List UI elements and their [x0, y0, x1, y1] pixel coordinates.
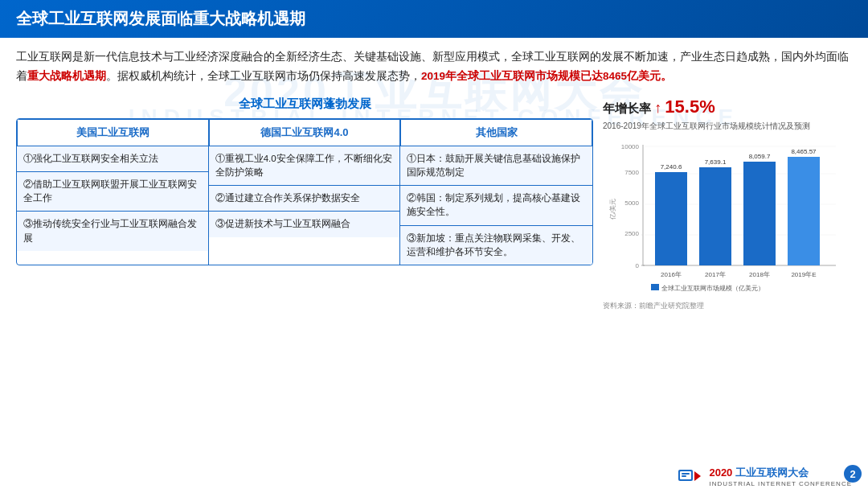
svg-text:2019年E: 2019年E [791, 271, 816, 278]
cell-1-1: ②通过建立合作关系保护数据安全 [209, 186, 400, 212]
logo-area: 2020 工业互联网大会 INDUSTRIAL INTERNET CONFERE… [677, 463, 852, 489]
logo-text: 2020 工业互联网大会 INDUSTRIAL INTERNET CONFERE… [709, 466, 852, 487]
intro-text2: 。据权威机构统计，全球工业互联网市场仍保持高速发展态势， [106, 70, 421, 82]
logo-year: 2020 [709, 466, 732, 479]
bottom-bar: 2020 工业互联网大会 INDUSTRIAL INTERNET CONFERE… [0, 463, 868, 489]
table-header-row: 美国工业互联网 德国工业互联网4.0 其他国家 [17, 119, 592, 146]
svg-rect-26 [682, 473, 690, 475]
svg-rect-22 [651, 284, 659, 290]
chart-source: 资料来源：前瞻产业研究院整理 [603, 301, 852, 311]
growth-arrow: ↑ [654, 100, 661, 116]
svg-text:全球工业互联网市场规模（亿美元）: 全球工业互联网市场规模（亿美元） [661, 285, 764, 292]
svg-text:5000: 5000 [624, 199, 639, 207]
bar-2016 [655, 172, 687, 265]
table-body: ①强化工业互联网安全相关立法 ②借助工业互联网联盟开展工业互联网安全工作 ③推动… [17, 146, 592, 265]
logo-cn-name: 工业互联网大会 [735, 466, 809, 479]
content-area: 全球工业互联网蓬勃发展 美国工业互联网 德国工业互联网4.0 其他国家 ①强化工… [16, 97, 852, 311]
svg-text:8,465.57: 8,465.57 [791, 148, 817, 155]
bar-chart: 0 2500 5000 7500 10000 亿/美元 [603, 137, 852, 298]
svg-text:2500: 2500 [624, 230, 639, 237]
col-header-0: 美国工业互联网 [17, 119, 209, 146]
cell-0-2: ①日本：鼓励开展关键信息基础设施保护国际规范制定 [400, 146, 592, 187]
page-title: 全球工业互联网发展面临重大战略机遇期 [16, 8, 305, 30]
chart-title: 2016-2019年全球工业互联网行业市场规模统计情况及预测 [603, 121, 852, 132]
growth-rate: 15.5% [665, 97, 714, 117]
col-header-2: 其他国家 [400, 119, 592, 146]
svg-text:0: 0 [636, 262, 640, 269]
svg-marker-28 [694, 471, 701, 481]
left-section: 全球工业互联网蓬勃发展 美国工业互联网 德国工业互联网4.0 其他国家 ①强化工… [16, 97, 593, 311]
cell-0-1: ①重视工业4.0安全保障工作，不断细化安全防护策略 [209, 146, 400, 187]
svg-rect-27 [682, 475, 686, 477]
svg-text:2018年: 2018年 [749, 271, 770, 278]
svg-text:2017年: 2017年 [705, 271, 726, 278]
svg-text:亿/美元: 亿/美元 [609, 198, 616, 220]
header: 全球工业互联网发展面临重大战略机遇期 [0, 0, 868, 38]
table-col-1: ①重视工业4.0安全保障工作，不断细化安全防护策略 ②通过建立合作关系保护数据安… [209, 146, 401, 265]
svg-text:7500: 7500 [624, 169, 639, 176]
svg-text:10000: 10000 [621, 143, 640, 150]
intro-highlight1: 重大战略机遇期 [27, 70, 106, 82]
cell-2-0: ③推动传统安全行业与工业互联网融合发展 [17, 212, 208, 251]
cell-1-0: ②借助工业互联网联盟开展工业互联网安全工作 [17, 172, 208, 212]
svg-text:2016年: 2016年 [661, 271, 682, 278]
page-number: 2 [844, 465, 862, 483]
svg-text:7,639.1: 7,639.1 [705, 158, 727, 166]
intro-paragraph: 工业互联网是新一代信息技术与工业经济深度融合的全新经济生态、关键基础设施、新型应… [16, 47, 852, 87]
right-section: 年增长率 ↑ 15.5% 2016-2019年全球工业互联网行业市场规模统计情况… [603, 97, 852, 311]
table-col-2: ①日本：鼓励开展关键信息基础设施保护国际规范制定 ②韩国：制定系列规划，提高核心… [400, 146, 592, 265]
col-header-1: 德国工业互联网4.0 [209, 119, 401, 146]
bar-2018 [743, 162, 776, 265]
cell-2-1: ③促进新技术与工业互联网融合 [209, 212, 400, 236]
bar-2019 [788, 157, 820, 265]
svg-text:8,059.7: 8,059.7 [749, 153, 771, 160]
cell-0-0: ①强化工业互联网安全相关立法 [17, 146, 208, 172]
intro-highlight2: 2019年全球工业互联网市场规模已达8465亿美元。 [421, 70, 672, 82]
growth-label: 年增长率 [603, 101, 651, 115]
cell-1-2: ②韩国：制定系列规划，提高核心基建设施安全性。 [400, 186, 592, 226]
svg-text:7,240.6: 7,240.6 [661, 163, 682, 171]
section-title: 全球工业互联网蓬勃发展 [16, 97, 593, 112]
bar-2017 [699, 167, 731, 265]
logo-cn: 2020 工业互联网大会 [709, 466, 809, 480]
table-col-0: ①强化工业互联网安全相关立法 ②借助工业互联网联盟开展工业互联网安全工作 ③推动… [17, 146, 209, 265]
main-table: 美国工业互联网 德国工业互联网4.0 其他国家 ①强化工业互联网安全相关立法 ②… [16, 118, 593, 266]
growth-title: 年增长率 ↑ 15.5% [603, 97, 852, 117]
chart-svg: 0 2500 5000 7500 10000 亿/美元 [603, 137, 852, 298]
logo-icon [677, 463, 702, 489]
logo-en: INDUSTRIAL INTERNET CONFERENCE [709, 480, 852, 487]
main-content: 工业互联网是新一代信息技术与工业经济深度融合的全新经济生态、关键基础设施、新型应… [0, 38, 868, 321]
cell-2-2: ③新加坡：重点关注物联网采集、开发、运营和维护各环节安全。 [400, 226, 592, 265]
